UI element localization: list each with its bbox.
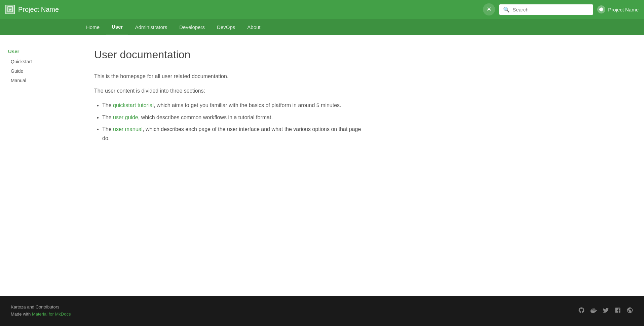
list-item-suffix-1: , which aims to get you familiar with th… xyxy=(154,102,341,108)
page-title: User documentation xyxy=(94,48,370,61)
list-item-guide: The user guide, which describes common w… xyxy=(102,113,370,122)
content-area: User documentation This is the homepage … xyxy=(81,48,383,282)
header-brand[interactable]: Project Name xyxy=(597,5,639,13)
sidebar-heading: User xyxy=(8,48,73,54)
search-icon: 🔍 xyxy=(503,6,510,13)
footer-made-with-prefix: Made with xyxy=(11,312,32,317)
nav-item-devops[interactable]: DevOps xyxy=(212,20,240,34)
intro-paragraph-2: The user content is divided into three s… xyxy=(94,86,370,95)
github-icon[interactable] xyxy=(578,307,585,315)
twitter-icon[interactable] xyxy=(602,307,609,315)
nav-item-user[interactable]: User xyxy=(106,20,128,34)
nav-item-about[interactable]: About xyxy=(242,20,266,34)
footer-mkdocs-link[interactable]: Material for MkDocs xyxy=(32,312,71,317)
nav-item-developers[interactable]: Developers xyxy=(174,20,210,34)
nav-item-administrators[interactable]: Administrators xyxy=(129,20,173,34)
project-name: Project Name xyxy=(18,6,59,13)
main-wrapper: User Quickstart Guide Manual User docume… xyxy=(0,35,644,296)
svg-marker-4 xyxy=(599,7,603,11)
user-guide-link[interactable]: user guide xyxy=(113,115,138,120)
nav-item-home[interactable]: Home xyxy=(81,20,105,34)
intro-paragraph-1: This is the homepage for all user relate… xyxy=(94,72,370,81)
quickstart-link[interactable]: quickstart tutorial xyxy=(113,102,154,108)
content-list: The quickstart tutorial, which aims to g… xyxy=(102,101,370,143)
list-item-prefix-3: The xyxy=(102,126,113,132)
user-manual-link[interactable]: user manual xyxy=(113,126,143,132)
sidebar: User Quickstart Guide Manual xyxy=(0,48,81,282)
search-box[interactable]: 🔍 xyxy=(499,4,593,15)
logo-icon xyxy=(5,5,15,14)
brand-icon xyxy=(597,5,605,13)
footer-made-with: Made with Material for MkDocs xyxy=(11,311,71,318)
docker-icon[interactable] xyxy=(590,307,597,315)
list-item-suffix-2: , which describes common workflows in a … xyxy=(138,115,273,120)
theme-icon: ☀ xyxy=(486,6,492,13)
search-input[interactable] xyxy=(513,7,589,12)
logo-area[interactable]: Project Name xyxy=(5,5,59,14)
footer: Kartoza and Contributors Made with Mater… xyxy=(0,296,644,326)
footer-credit: Kartoza and Contributors Made with Mater… xyxy=(11,304,71,318)
brand-name-label: Project Name xyxy=(608,7,639,12)
globe-icon[interactable] xyxy=(627,307,633,315)
sidebar-item-manual[interactable]: Manual xyxy=(8,76,73,85)
list-item-quickstart: The quickstart tutorial, which aims to g… xyxy=(102,101,370,110)
list-item-manual: The user manual, which describes each pa… xyxy=(102,125,370,143)
footer-author: Kartoza and Contributors xyxy=(11,304,71,311)
theme-toggle-button[interactable]: ☀ xyxy=(483,3,495,15)
sidebar-item-guide[interactable]: Guide xyxy=(8,66,73,76)
footer-icons xyxy=(578,307,633,315)
list-item-prefix-2: The xyxy=(102,115,113,120)
list-item-prefix-1: The xyxy=(102,102,113,108)
facebook-icon[interactable] xyxy=(614,307,621,315)
sidebar-item-quickstart[interactable]: Quickstart xyxy=(8,57,73,66)
nav-bar: Home User Administrators Developers DevO… xyxy=(0,19,644,35)
